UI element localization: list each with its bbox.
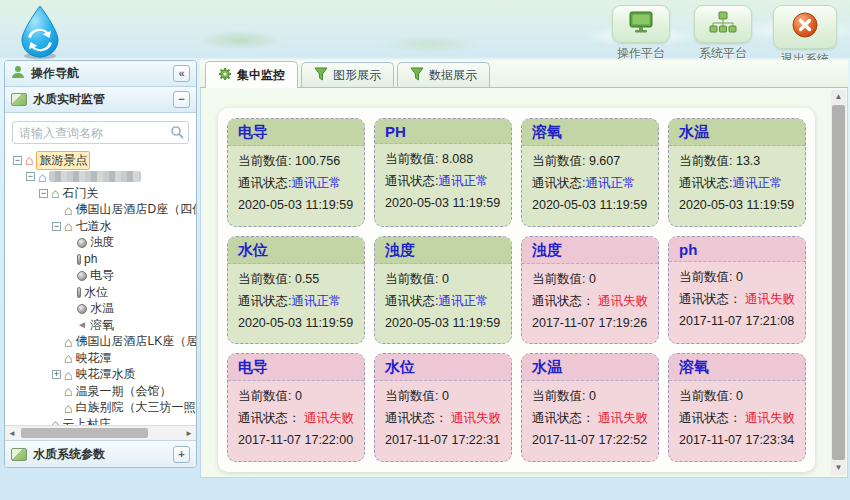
sidebar-body: −⌂旅游景点−⌂−⌂石门关⌂佛国山居酒店D座（四位-−⌂七道水浊度ph电导水位水… xyxy=(5,113,196,425)
collapse-icon[interactable]: − xyxy=(13,156,22,165)
tree-node-label: 浊度 xyxy=(90,234,114,251)
panel-collapse-button[interactable]: − xyxy=(173,91,190,108)
card-timestamp: 2017-11-07 17:21:08 xyxy=(679,310,795,332)
monitor-card-PH: PH当前数值: 8.088通讯状态:通讯正常2020-05-03 11:19:5… xyxy=(374,118,512,227)
card-timestamp: 2020-05-03 11:19:59 xyxy=(238,312,354,334)
expand-icon[interactable]: + xyxy=(52,370,61,379)
scroll-down-icon[interactable]: ▼ xyxy=(831,461,846,475)
tree-node-映花潭[interactable]: ⌂映花潭 xyxy=(10,350,191,367)
sidebar-nav-header: 操作导航 « xyxy=(5,61,196,87)
tree-node-白族别院（大三坊一照壁[interactable]: ⌂白族别院（大三坊一照壁 xyxy=(10,400,191,417)
sidebar-horizontal-scrollbar[interactable]: ◄ ► xyxy=(5,425,196,440)
card-timestamp: 2017-11-07 17:19:26 xyxy=(532,312,648,334)
card-title: ph xyxy=(669,237,805,262)
status-value[interactable]: 通讯正常 xyxy=(291,294,341,308)
search-input[interactable] xyxy=(12,121,189,144)
tree-node-水温[interactable]: 水温 xyxy=(10,301,191,318)
status-label: 通讯状态: xyxy=(238,294,291,308)
card-current-value: 当前数值: 13.3 xyxy=(679,150,795,172)
card-timestamp: 2020-05-03 11:19:59 xyxy=(238,194,354,216)
home-icon: ⌂ xyxy=(64,369,72,381)
panel-icon xyxy=(11,93,27,106)
tree-node-redacted[interactable]: −⌂ xyxy=(10,169,191,186)
water-quality-panel-header[interactable]: 水质实时监管 − xyxy=(5,87,196,113)
card-current-value: 当前数值: 0 xyxy=(238,385,354,407)
tree-node-水位[interactable]: 水位 xyxy=(10,284,191,301)
home-icon: ⌂ xyxy=(51,418,59,425)
vscroll-thumb[interactable] xyxy=(832,105,845,460)
monitor-card-水温: 水温当前数值: 13.3通讯状态:通讯正常2020-05-03 11:19:59 xyxy=(668,118,806,227)
status-value: 通讯失败 xyxy=(598,294,648,308)
exit-system-button[interactable]: 退出系统 xyxy=(772,5,838,68)
main-vertical-scrollbar[interactable]: ▲ ▼ xyxy=(831,90,846,475)
card-title: 溶氧 xyxy=(669,354,805,381)
tree-node-label: 七道水 xyxy=(75,218,111,235)
tree-node-ph[interactable]: ph xyxy=(10,251,191,268)
monitor-card-溶氧: 溶氧当前数值: 0通讯状态： 通讯失败2017-11-07 17:23:34 xyxy=(668,353,806,462)
tree-node-label xyxy=(49,171,141,182)
tab-label: 图形展示 xyxy=(333,67,381,84)
collapse-icon[interactable]: − xyxy=(26,172,35,181)
card-timestamp: 2020-05-03 11:19:59 xyxy=(679,194,795,216)
scroll-right-icon[interactable]: ► xyxy=(182,426,196,441)
card-current-value: 当前数值: 0 xyxy=(532,268,648,290)
tree-node-石门关[interactable]: −⌂石门关 xyxy=(10,185,191,202)
panel-expand-button[interactable]: + xyxy=(173,446,190,463)
sidebar-collapse-button[interactable]: « xyxy=(173,65,190,82)
system-params-title: 水质系统参数 xyxy=(33,446,105,463)
collapse-icon[interactable]: − xyxy=(39,189,48,198)
tree-node-云上村庄[interactable]: ⌂云上村庄 xyxy=(10,416,191,425)
status-label: 通讯状态： xyxy=(385,411,451,425)
card-title: PH xyxy=(375,119,511,144)
tree-node-温泉一期（会馆）[interactable]: ⌂温泉一期（会馆） xyxy=(10,383,191,400)
monitor-card-水温: 水温当前数值: 0通讯状态： 通讯失败2017-11-07 17:22:52 xyxy=(521,353,659,462)
status-label: 通讯状态: xyxy=(385,174,438,188)
sidebar: 操作导航 « 水质实时监管 − −⌂旅游景点−⌂−⌂石门关⌂佛国山居酒店D座（四… xyxy=(4,60,197,468)
status-value[interactable]: 通讯正常 xyxy=(732,176,782,190)
tree-node-浊度[interactable]: 浊度 xyxy=(10,235,191,252)
search-icon[interactable] xyxy=(170,125,184,143)
status-label: 通讯状态: xyxy=(238,176,291,190)
card-comm-status: 通讯状态:通讯正常 xyxy=(385,170,501,192)
tree-node-七道水[interactable]: −⌂七道水 xyxy=(10,218,191,235)
status-value[interactable]: 通讯正常 xyxy=(438,294,488,308)
hscroll-thumb[interactable] xyxy=(21,428,148,438)
card-comm-status: 通讯状态： 通讯失败 xyxy=(679,407,795,429)
status-label: 通讯状态： xyxy=(532,294,598,308)
operation-platform-button[interactable]: 操作平台 xyxy=(608,5,674,68)
scroll-left-icon[interactable]: ◄ xyxy=(5,426,19,441)
monitor-card-水位: 水位当前数值: 0通讯状态： 通讯失败2017-11-07 17:22:31 xyxy=(374,353,512,462)
tree-node-映花潭水质[interactable]: +⌂映花潭水质 xyxy=(10,367,191,384)
tree-node-佛国山居酒店D座（四位-[interactable]: ⌂佛国山居酒店D座（四位- xyxy=(10,202,191,219)
status-value: 通讯失败 xyxy=(304,411,354,425)
org-chart-icon xyxy=(709,11,737,38)
card-timestamp: 2017-11-07 17:22:00 xyxy=(238,429,354,451)
status-value[interactable]: 通讯正常 xyxy=(291,176,341,190)
scroll-up-icon[interactable]: ▲ xyxy=(831,90,846,104)
tree-node-溶氧[interactable]: ◄溶氧 xyxy=(10,317,191,334)
tab-集中监控[interactable]: 集中监控 xyxy=(205,61,298,88)
tree-node-label: 石门关 xyxy=(62,185,98,202)
tree-node-旅游景点[interactable]: −⌂旅游景点 xyxy=(10,152,191,169)
card-timestamp: 2020-05-03 11:19:59 xyxy=(385,192,501,214)
tree-node-label: ph xyxy=(84,252,97,266)
tree-node-label: 旅游景点 xyxy=(36,151,90,170)
thermometer-icon xyxy=(77,254,81,265)
status-value: 通讯失败 xyxy=(745,411,795,425)
main-area: 集中监控图形展示数据展示 电导当前数值: 100.756通讯状态:通讯正常202… xyxy=(200,60,848,478)
card-title: 水温 xyxy=(669,119,805,146)
status-value[interactable]: 通讯正常 xyxy=(585,176,635,190)
tree-node-电导[interactable]: 电导 xyxy=(10,268,191,285)
status-label: 通讯状态： xyxy=(238,411,304,425)
water-drop-logo xyxy=(14,4,66,60)
system-platform-button[interactable]: 系统平台 xyxy=(690,5,756,68)
tab-图形展示[interactable]: 图形展示 xyxy=(301,62,394,87)
tab-数据展示[interactable]: 数据展示 xyxy=(397,62,490,87)
card-current-value: 当前数值: 100.756 xyxy=(238,150,354,172)
tree-node-佛国山居酒店LK座（居有[interactable]: ⌂佛国山居酒店LK座（居有 xyxy=(10,334,191,351)
system-params-panel-header[interactable]: 水质系统参数 + xyxy=(5,440,196,467)
card-comm-status: 通讯状态:通讯正常 xyxy=(679,172,795,194)
card-timestamp: 2017-11-07 17:22:31 xyxy=(385,429,501,451)
status-value[interactable]: 通讯正常 xyxy=(438,174,488,188)
collapse-icon[interactable]: − xyxy=(52,222,61,231)
